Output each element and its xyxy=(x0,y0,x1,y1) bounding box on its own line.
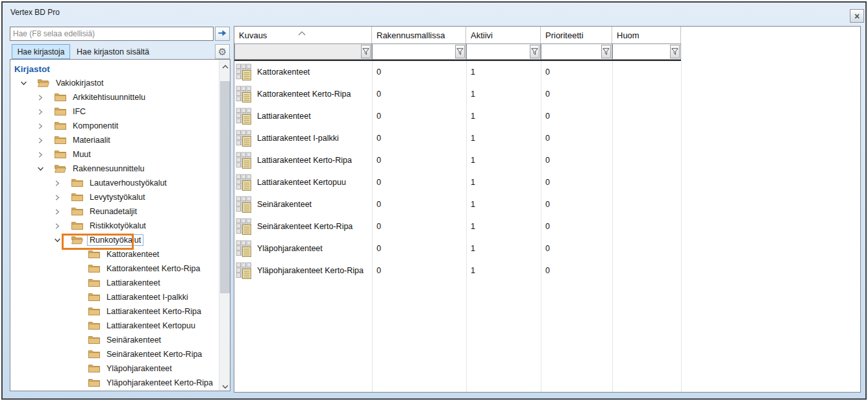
scrollbar-thumb[interactable] xyxy=(220,81,230,293)
folder-closed-icon xyxy=(88,378,100,387)
table-row[interactable]: Yläpohjarakenteet Kerto-Ripa 0 1 0 xyxy=(234,260,860,282)
scroll-up-button[interactable] xyxy=(219,60,230,71)
cell-huom xyxy=(612,149,681,171)
tree-item[interactable]: Ristikkotyökalut xyxy=(10,219,219,233)
cell-rakennusmallissa: 0 xyxy=(372,105,466,127)
chevron-down-icon[interactable] xyxy=(18,78,29,88)
tree-item[interactable]: Kattorakenteet Kerto-Ripa xyxy=(10,261,219,276)
filter-button[interactable] xyxy=(361,45,371,58)
table-row[interactable]: Kattorakenteet 0 1 0 xyxy=(234,61,860,83)
chevron-icon[interactable] xyxy=(69,249,79,260)
chevron-right-icon[interactable] xyxy=(52,206,62,217)
cell-kuvaus-label: Yläpohjarakenteet xyxy=(257,244,323,253)
filter-button[interactable] xyxy=(530,45,539,58)
filter-cell-prioriteetti[interactable] xyxy=(541,43,612,60)
search-go-button[interactable] xyxy=(215,27,230,41)
table-row[interactable]: Lattiarakenteet Kerto-Ripa 0 1 0 xyxy=(234,149,860,171)
scroll-down-button[interactable] xyxy=(219,380,230,391)
cell-huom xyxy=(612,83,681,105)
folder-closed-icon xyxy=(88,321,100,330)
library-item-icon xyxy=(236,130,253,147)
filter-cell-aktiivi[interactable] xyxy=(466,43,541,60)
chevron-icon[interactable] xyxy=(69,278,79,288)
filter-cell-kuvaus[interactable] xyxy=(234,43,372,60)
tree-item[interactable]: Lautaverhoustyökalut xyxy=(10,176,219,190)
tree-item[interactable]: Rakennesuunnittelu xyxy=(10,162,219,176)
folder-closed-icon xyxy=(88,350,100,359)
folder-closed-icon xyxy=(88,293,100,302)
tree-item[interactable]: Komponentit xyxy=(10,119,219,133)
tree-item[interactable]: Levytystyökalut xyxy=(10,190,219,204)
chevron-icon[interactable] xyxy=(69,349,79,359)
tree-item[interactable]: Vakiokirjastot xyxy=(10,76,219,90)
column-header-prioriteetti[interactable]: Prioriteetti xyxy=(541,27,612,43)
chevron-icon[interactable] xyxy=(69,363,79,374)
table-row[interactable]: Lattiarakenteet I-palkki 0 1 0 xyxy=(234,127,860,149)
tree-item[interactable]: Materiaalit xyxy=(10,133,219,147)
chevron-down-icon[interactable] xyxy=(35,164,45,174)
chevron-icon[interactable] xyxy=(69,306,79,317)
chevron-icon[interactable] xyxy=(69,263,79,274)
table-row[interactable]: Lattiarakenteet Kertopuu 0 1 0 xyxy=(234,171,860,193)
tree-item-label: IFC xyxy=(70,106,88,117)
chevron-icon[interactable] xyxy=(69,292,79,302)
tree-item[interactable]: IFC xyxy=(10,104,219,119)
filter-button[interactable] xyxy=(670,45,680,58)
folder-open-icon xyxy=(71,236,83,245)
column-header-huom[interactable]: Huom xyxy=(612,27,681,43)
library-tree-panel: Kirjastot Vakiokirjastot Arkkitehtisuunn… xyxy=(10,59,230,391)
chevron-down-icon[interactable] xyxy=(52,235,62,245)
chevron-right-icon[interactable] xyxy=(35,135,45,145)
table-row[interactable]: Seinärakenteet 0 1 0 xyxy=(234,193,860,215)
column-header-rakennusmallissa[interactable]: Rakennusmallissa xyxy=(372,27,466,43)
table-row[interactable]: Lattiarakenteet 0 1 0 xyxy=(234,105,860,127)
tree-scrollbar[interactable] xyxy=(219,60,230,391)
tree-item[interactable]: Runkotyökalut xyxy=(10,233,219,247)
tree-item[interactable]: Lattiarakenteet xyxy=(10,276,219,290)
tree-root-label[interactable]: Kirjastot xyxy=(10,62,219,76)
tree-item[interactable]: Seinärakenteet xyxy=(10,333,219,347)
tree-item[interactable]: Lattiarakenteet I-palkki xyxy=(10,290,219,304)
title-bar[interactable]: Vertex BD Pro × xyxy=(3,3,865,25)
tree-item[interactable]: Lattiarakenteet Kertopuu xyxy=(10,319,219,333)
chevron-right-icon[interactable] xyxy=(35,106,45,117)
settings-button[interactable]: ⚙ xyxy=(215,44,230,59)
chevron-right-icon[interactable] xyxy=(52,192,62,202)
filter-cell-rakennusmallissa[interactable] xyxy=(372,43,466,60)
chevron-right-icon[interactable] xyxy=(35,92,45,103)
tree-item[interactable]: Reunadetaljit xyxy=(10,204,219,219)
tree-item-label: Lattiarakenteet Kerto-Ripa xyxy=(104,306,204,317)
tree-item[interactable]: Arkkitehtisuunnittelu xyxy=(10,90,219,104)
cell-aktiivi: 1 xyxy=(466,237,541,260)
chevron-icon[interactable] xyxy=(69,321,79,331)
library-item-icon xyxy=(236,240,253,257)
tree-item[interactable]: Muut xyxy=(10,147,219,162)
tree-item[interactable]: Yläpohjarakenteet xyxy=(10,361,219,376)
filter-button[interactable] xyxy=(601,45,611,58)
tree-item[interactable]: Kattorakenteet xyxy=(10,247,219,261)
folder-closed-icon xyxy=(55,107,66,116)
search-input[interactable] xyxy=(10,27,214,41)
table-row[interactable]: Yläpohjarakenteet 0 1 0 xyxy=(234,237,860,260)
chevron-icon[interactable] xyxy=(69,378,79,388)
column-header-kuvaus[interactable]: Kuvaus xyxy=(234,27,372,43)
tree-item[interactable]: Lattiarakenteet Kerto-Ripa xyxy=(10,304,219,319)
tree-item-label: Komponentit xyxy=(70,120,121,132)
table-row[interactable]: Seinärakenteet Kerto-Ripa 0 1 0 xyxy=(234,215,860,237)
tree-item[interactable]: Yläpohjarakenteet Kerto-Ripa xyxy=(10,376,219,390)
tab-hae-kirjastoja[interactable]: Hae kirjastoja xyxy=(12,44,70,59)
filter-button[interactable] xyxy=(455,45,465,58)
tab-hae-kirjaston-sisalta[interactable]: Hae kirjaston sisältä xyxy=(73,44,153,59)
chevron-right-icon[interactable] xyxy=(52,221,62,231)
table-row[interactable]: Kattorakenteet Kerto-Ripa 0 1 0 xyxy=(234,83,860,105)
tree-item-label: Materiaalit xyxy=(70,134,113,146)
column-header-aktiivi[interactable]: Aktiivi xyxy=(466,27,541,43)
filter-cell-huom[interactable] xyxy=(612,43,681,60)
close-button[interactable]: × xyxy=(850,9,864,23)
chevron-right-icon[interactable] xyxy=(35,121,45,131)
chevron-right-icon[interactable] xyxy=(52,178,62,188)
chevron-right-icon[interactable] xyxy=(35,149,45,160)
close-icon: × xyxy=(854,11,860,21)
chevron-icon[interactable] xyxy=(69,335,79,345)
tree-item[interactable]: Seinärakenteet Kerto-Ripa xyxy=(10,347,219,361)
